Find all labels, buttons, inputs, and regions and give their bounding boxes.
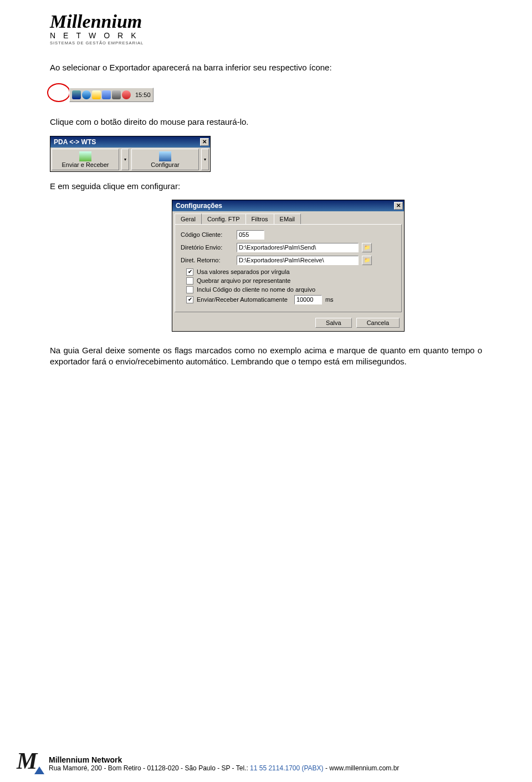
cancela-button[interactable]: Cancela bbox=[356, 318, 400, 328]
dir-retorno-input[interactable] bbox=[237, 256, 359, 265]
tray-icon[interactable] bbox=[102, 90, 111, 99]
browse-icon[interactable]: 📁 bbox=[362, 256, 372, 265]
paragraph-4: Na guia Geral deixe somente os flags mar… bbox=[50, 345, 482, 368]
tab-filtros[interactable]: Filtros bbox=[245, 214, 274, 224]
config-titlebar: Configurações ✕ bbox=[172, 200, 404, 211]
tray-icon[interactable] bbox=[112, 90, 121, 99]
config-dialog: Configurações ✕ Geral Config. FTP Filtro… bbox=[172, 200, 405, 332]
tab-email[interactable]: EMail bbox=[274, 214, 301, 224]
send-receive-icon bbox=[79, 151, 91, 161]
footer-address-c: - www.millennium.com.br bbox=[324, 764, 400, 772]
brand-sub1: NETWORK bbox=[50, 31, 482, 40]
highlight-circle-icon bbox=[47, 83, 70, 102]
paragraph-2: Clique com o botão direito do mouse para… bbox=[50, 116, 482, 128]
send-receive-label: Enviar e Receber bbox=[62, 161, 109, 168]
brand-logo: Millennium NETWORK SISTEMAS DE GESTÃO EM… bbox=[50, 11, 482, 45]
page-footer: M Millennium Network Rua Mamoré, 200 - B… bbox=[0, 745, 532, 782]
tab-ftp[interactable]: Config. FTP bbox=[201, 214, 246, 224]
tray-icon[interactable] bbox=[72, 90, 81, 99]
checkbox-auto-label: Enviar/Receber Automaticamente bbox=[197, 296, 288, 303]
dir-retorno-label: Diret. Retorno: bbox=[181, 257, 233, 263]
salva-button[interactable]: Salva bbox=[315, 318, 352, 328]
pda-window: PDA <-> WTS ✕ Enviar e Receber ▾ Configu… bbox=[50, 136, 211, 172]
ms-label: ms bbox=[325, 296, 334, 303]
dropdown-icon[interactable]: ▾ bbox=[121, 149, 129, 170]
close-icon[interactable]: ✕ bbox=[200, 138, 209, 146]
close-icon[interactable]: ✕ bbox=[394, 202, 403, 210]
tray-clock: 15:50 bbox=[135, 92, 151, 98]
pda-title: PDA <-> WTS bbox=[54, 138, 96, 146]
checkbox-csv-label: Usa valores separados por vírgula bbox=[197, 268, 290, 275]
config-panel: Código Cliente: Diretório Envio: 📁 Diret… bbox=[175, 224, 402, 312]
checkbox-csv[interactable]: ✔ bbox=[186, 268, 193, 276]
config-tabs: Geral Config. FTP Filtros EMail bbox=[172, 211, 404, 224]
configure-label: Configurar bbox=[151, 161, 179, 168]
checkbox-quebrar-label: Quebrar arquivo por representante bbox=[197, 277, 290, 284]
checkbox-quebrar[interactable] bbox=[186, 277, 193, 285]
footer-logo-icon: M bbox=[17, 753, 41, 774]
footer-address-b: 11 55 2114.1700 (PABX) bbox=[250, 764, 324, 772]
interval-input[interactable] bbox=[294, 295, 322, 304]
footer-company: Millennium Network bbox=[49, 755, 399, 764]
checkbox-inclui-codigo[interactable] bbox=[186, 286, 193, 293]
systray-figure: 15:50 bbox=[47, 81, 169, 109]
dir-envio-input[interactable] bbox=[237, 243, 359, 252]
tray-icon[interactable] bbox=[122, 90, 131, 99]
tray-icon[interactable] bbox=[92, 90, 101, 99]
tray-icon[interactable] bbox=[82, 90, 91, 99]
codigo-input[interactable] bbox=[237, 230, 264, 240]
brand-sub2: SISTEMAS DE GESTÃO EMPRESARIAL bbox=[50, 40, 482, 45]
browse-icon[interactable]: 📁 bbox=[362, 243, 372, 252]
codigo-label: Código Cliente: bbox=[181, 231, 233, 238]
tab-geral[interactable]: Geral bbox=[175, 214, 202, 224]
checkbox-auto[interactable]: ✔ bbox=[186, 296, 193, 303]
systray: 15:50 bbox=[69, 88, 154, 102]
pda-titlebar: PDA <-> WTS ✕ bbox=[50, 136, 210, 148]
send-receive-button[interactable]: Enviar e Receber bbox=[52, 149, 119, 170]
paragraph-1: Ao selecionar o Exportador aparecerá na … bbox=[50, 62, 482, 73]
brand-name: Millennium bbox=[50, 11, 482, 32]
config-title: Configurações bbox=[176, 202, 222, 210]
dir-envio-label: Diretório Envio: bbox=[181, 244, 233, 251]
footer-address-a: Rua Mamoré, 200 - Bom Retiro - 01128-020… bbox=[49, 764, 250, 772]
configure-button[interactable]: Configurar bbox=[131, 149, 199, 170]
checkbox-inclui-codigo-label: Inclui Código do cliente no nome do arqu… bbox=[197, 286, 315, 293]
configure-icon bbox=[159, 151, 171, 161]
footer-text: Millennium Network Rua Mamoré, 200 - Bom… bbox=[49, 755, 399, 772]
dropdown-icon[interactable]: ▾ bbox=[201, 149, 209, 170]
paragraph-3: E em seguida clique em configurar: bbox=[50, 181, 482, 192]
